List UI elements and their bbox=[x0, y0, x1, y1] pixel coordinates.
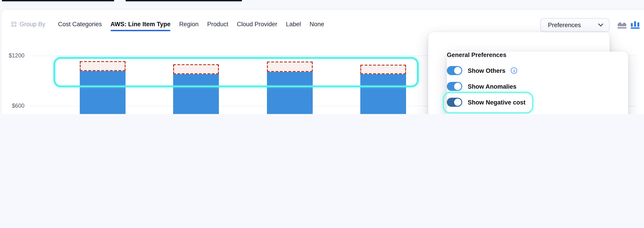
toggle-show-others[interactable] bbox=[447, 66, 462, 75]
browser-top-strip-left bbox=[2, 0, 114, 1]
info-icon[interactable]: i bbox=[511, 67, 517, 74]
grid-icon bbox=[11, 22, 16, 27]
group-by-label-wrap: Group By bbox=[11, 21, 45, 28]
toggle-row-show-negative-cost: Show Negative cost bbox=[447, 97, 526, 108]
tab-product[interactable]: Product bbox=[207, 21, 228, 31]
toggle-label-show-others: Show Others bbox=[468, 67, 506, 74]
tab-none[interactable]: None bbox=[310, 21, 324, 31]
toggle-show-negative-cost[interactable] bbox=[447, 98, 462, 107]
chart-highlight-ring bbox=[54, 57, 419, 87]
tab-aws-line-item-type[interactable]: AWS: Line Item Type bbox=[110, 21, 171, 31]
group-by-tabs: Cost CategoriesAWS: Line Item TypeRegion… bbox=[58, 21, 324, 31]
app-root: Group By Cost CategoriesAWS: Line Item T… bbox=[0, 0, 644, 114]
tab-cost-categories[interactable]: Cost Categories bbox=[58, 21, 102, 31]
area-chart-icon[interactable] bbox=[617, 20, 627, 29]
tab-label[interactable]: Label bbox=[286, 21, 301, 31]
tab-cloud-provider[interactable]: Cloud Provider bbox=[237, 21, 277, 31]
tab-region[interactable]: Region bbox=[179, 21, 199, 31]
toggle-show-anomalies[interactable] bbox=[447, 82, 462, 91]
preferences-button-label: Preferences bbox=[548, 22, 581, 28]
browser-top-strip-right bbox=[126, 0, 242, 1]
toggle-row-show-anomalies: Show Anomalies bbox=[447, 81, 516, 92]
toggle-label-show-negative-cost: Show Negative cost bbox=[468, 99, 526, 106]
bar-chart-icon[interactable] bbox=[630, 20, 640, 29]
chevron-down-icon bbox=[598, 23, 603, 27]
group-by-label: Group By bbox=[20, 21, 45, 28]
preferences-dropdown-button[interactable]: Preferences bbox=[540, 18, 610, 32]
toggle-label-show-anomalies: Show Anomalies bbox=[468, 83, 516, 90]
y-axis-label-600: $600 bbox=[4, 103, 24, 109]
y-axis-label-1200: $1200 bbox=[4, 52, 24, 59]
toggle-row-show-others: Show Othersi bbox=[447, 65, 517, 76]
